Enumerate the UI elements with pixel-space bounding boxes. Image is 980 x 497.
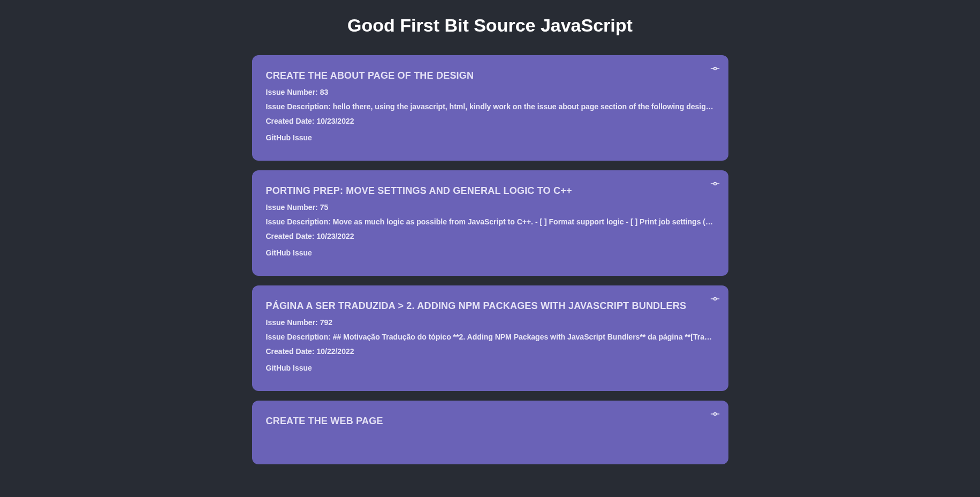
issue-number: Issue Number: 792 bbox=[266, 317, 715, 328]
issue-card[interactable]: PÁGINA A SER TRADUZIDA > 2. ADDING NPM P… bbox=[252, 285, 728, 391]
issue-card[interactable]: CREATE THE ABOUT PAGE OF THE DESIGN Issu… bbox=[252, 55, 728, 161]
git-commit-icon bbox=[710, 409, 720, 419]
page-title: Good First Bit Source JavaScript bbox=[0, 0, 980, 49]
issue-created-date: Created Date: 10/22/2022 bbox=[266, 346, 715, 357]
issue-created-date: Created Date: 10/23/2022 bbox=[266, 116, 715, 127]
git-commit-icon bbox=[710, 64, 720, 73]
issue-number: Issue Number: 75 bbox=[266, 202, 715, 213]
issue-card[interactable]: CREATE THE WEB PAGE bbox=[252, 401, 728, 464]
issue-number: Issue Number: 83 bbox=[266, 87, 715, 98]
issue-card-list: CREATE THE ABOUT PAGE OF THE DESIGN Issu… bbox=[252, 55, 728, 464]
issue-card[interactable]: PORTING PREP: MOVE SETTINGS AND GENERAL … bbox=[252, 170, 728, 276]
issue-description: Issue Description: Move as much logic as… bbox=[266, 216, 715, 228]
github-issue-link[interactable]: GitHub Issue bbox=[266, 364, 312, 372]
github-issue-link[interactable]: GitHub Issue bbox=[266, 133, 312, 142]
issue-title: CREATE THE WEB PAGE bbox=[266, 416, 715, 427]
issue-title: CREATE THE ABOUT PAGE OF THE DESIGN bbox=[266, 70, 715, 81]
git-commit-icon bbox=[710, 294, 720, 304]
issue-created-date: Created Date: 10/23/2022 bbox=[266, 231, 715, 242]
issue-description: Issue Description: hello there, using th… bbox=[266, 101, 715, 112]
issue-title: PORTING PREP: MOVE SETTINGS AND GENERAL … bbox=[266, 185, 715, 197]
issue-title: PÁGINA A SER TRADUZIDA > 2. ADDING NPM P… bbox=[266, 300, 715, 312]
git-commit-icon bbox=[710, 179, 720, 189]
issue-description: Issue Description: ## Motivação Tradução… bbox=[266, 332, 715, 343]
github-issue-link[interactable]: GitHub Issue bbox=[266, 248, 312, 257]
